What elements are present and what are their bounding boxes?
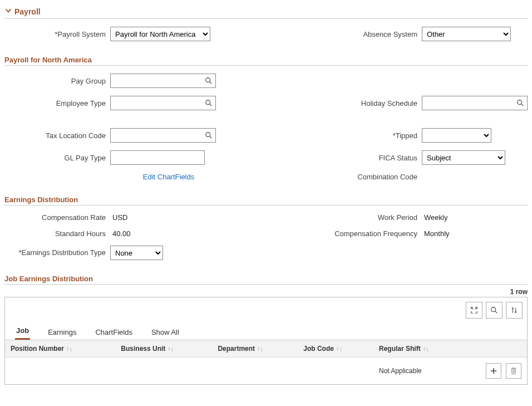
payroll-section-title: Payroll — [14, 7, 41, 16]
tipped-label: *Tipped — [316, 131, 422, 140]
job-earnings-grid: Job Earnings ChartFields Show All Positi… — [4, 297, 528, 385]
svg-line-1 — [210, 82, 212, 84]
sort-icon[interactable] — [506, 302, 523, 319]
cell-regular-shift: Not Applicable — [373, 358, 466, 385]
col-position-number[interactable]: Position Number↑↓ — [5, 340, 115, 358]
comp-freq-value: Monthly — [422, 229, 450, 238]
job-dist-header: Job Earnings Distribution — [4, 271, 528, 285]
col-regular-shift[interactable]: Regular Shift↑↓ — [373, 340, 466, 358]
tipped-select[interactable] — [422, 128, 491, 143]
sort-icon: ↑↓ — [423, 345, 429, 352]
tax-location-label: Tax Location Code — [4, 131, 110, 140]
std-hours-value: 40.00 — [110, 229, 131, 238]
holiday-schedule-input[interactable] — [422, 96, 528, 110]
dist-type-label: *Earnings Distribution Type — [4, 248, 110, 258]
pay-group-input[interactable] — [110, 74, 216, 88]
payroll-section-header[interactable]: Payroll — [4, 4, 528, 19]
tab-earnings[interactable]: Earnings — [47, 325, 77, 340]
svg-line-7 — [210, 136, 212, 139]
delete-row-button[interactable] — [506, 363, 521, 379]
std-hours-label: Standard Hours — [4, 229, 110, 238]
sort-icon: ↑↓ — [66, 345, 72, 352]
pay-group-label: Pay Group — [4, 77, 110, 85]
search-icon[interactable] — [204, 98, 214, 108]
pfna-header: Payroll for North America — [4, 52, 528, 66]
svg-line-9 — [495, 311, 497, 314]
fica-status-select[interactable]: Subject — [422, 150, 505, 165]
col-business-unit[interactable]: Business Unit↑↓ — [115, 340, 212, 358]
col-job-code[interactable]: Job Code↑↓ — [298, 340, 373, 358]
work-period-value: Weekly — [422, 213, 447, 222]
earnings-header: Earnings Distribution — [4, 192, 528, 206]
sort-icon: ↑↓ — [257, 345, 263, 352]
gl-pay-type-label: GL Pay Type — [4, 154, 110, 162]
cell-position-number — [5, 358, 115, 385]
search-icon[interactable] — [515, 98, 525, 108]
col-department[interactable]: Department↑↓ — [212, 340, 298, 358]
cell-business-unit — [115, 358, 212, 385]
search-icon[interactable] — [204, 76, 214, 86]
svg-point-6 — [206, 133, 210, 137]
comp-rate-value: USD — [110, 213, 127, 222]
absence-system-label: Absence System — [316, 30, 422, 38]
comp-rate-label: Compensation Rate — [4, 213, 110, 222]
tax-location-input[interactable] — [110, 128, 216, 143]
tab-job[interactable]: Job — [15, 323, 30, 340]
svg-point-4 — [518, 100, 522, 105]
combination-code-label: Combination Code — [316, 173, 422, 181]
payroll-system-select[interactable]: Payroll for North America — [110, 27, 210, 41]
absence-system-select[interactable]: Other — [422, 27, 511, 41]
expand-icon[interactable] — [466, 302, 482, 319]
svg-point-8 — [491, 307, 496, 312]
employee-type-label: Employee Type — [4, 99, 110, 107]
gl-pay-type-input[interactable] — [110, 150, 205, 165]
dist-type-select[interactable]: None — [110, 246, 163, 260]
sort-icon: ↑↓ — [336, 345, 342, 352]
svg-line-3 — [210, 104, 212, 106]
table-row: Not Applicable — [5, 358, 527, 385]
fica-status-label: FICA Status — [316, 154, 422, 162]
edit-chartfields-link[interactable]: Edit ChartFields — [143, 173, 194, 181]
search-icon[interactable] — [486, 302, 503, 319]
payroll-system-label: *Payroll System — [4, 30, 110, 38]
sort-icon: ↑↓ — [168, 345, 174, 352]
cell-job-code — [298, 358, 373, 385]
add-row-button[interactable] — [486, 363, 501, 379]
svg-line-5 — [521, 104, 524, 106]
chevron-down-icon — [4, 7, 12, 16]
comp-freq-label: Compensation Frequency — [316, 229, 422, 238]
employee-type-input[interactable] — [110, 96, 216, 110]
work-period-label: Work Period — [316, 213, 422, 222]
search-icon[interactable] — [204, 130, 214, 140]
tab-chartfields[interactable]: ChartFields — [94, 325, 133, 340]
tab-show-all[interactable]: Show All — [150, 325, 180, 340]
svg-point-2 — [206, 100, 210, 105]
svg-point-0 — [206, 78, 210, 82]
cell-department — [212, 358, 298, 385]
holiday-schedule-label: Holiday Schedule — [316, 99, 422, 107]
row-count: 1 row — [4, 288, 528, 296]
